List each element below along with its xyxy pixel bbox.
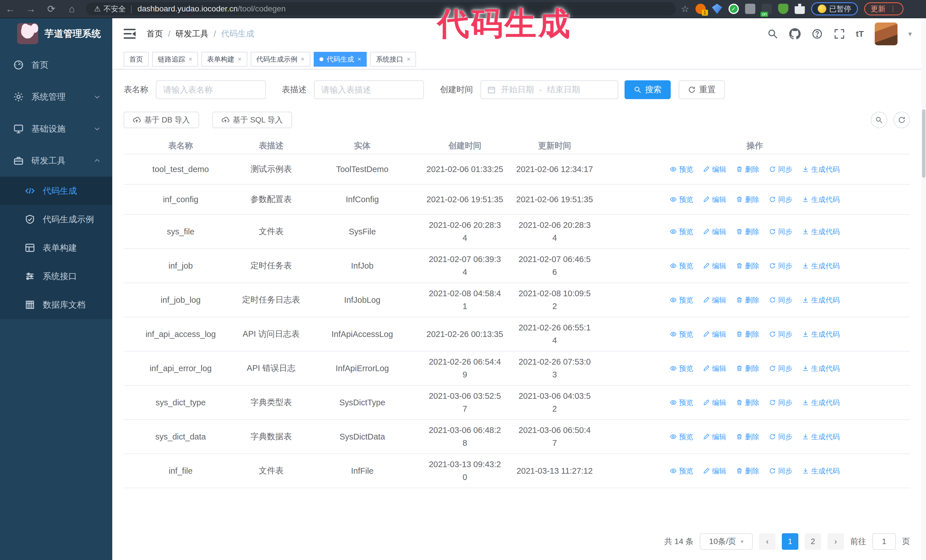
table-desc-input[interactable] xyxy=(314,80,424,99)
delete-link[interactable]: 删除 xyxy=(736,398,759,408)
generate-code-link[interactable]: 生成代码 xyxy=(802,364,840,373)
delete-link[interactable]: 删除 xyxy=(736,227,759,236)
generate-code-link[interactable]: 生成代码 xyxy=(802,295,840,305)
delete-link[interactable]: 删除 xyxy=(736,261,759,270)
sidebar-item-devtools[interactable]: 研发工具 xyxy=(0,145,112,177)
update-button[interactable]: 更新 ⋮ xyxy=(864,2,903,15)
preview-link[interactable]: 预览 xyxy=(670,227,693,236)
date-range-picker[interactable]: 开始日期 - 结束日期 xyxy=(480,80,618,99)
tab-home[interactable]: 首页 xyxy=(124,52,149,66)
close-icon[interactable]: × xyxy=(407,56,410,63)
sidebar-item-system[interactable]: 系统管理 xyxy=(0,81,112,113)
reload-icon[interactable]: ⟳ xyxy=(41,3,62,15)
import-sql-button[interactable]: 基于 SQL 导入 xyxy=(212,112,292,128)
preview-link[interactable]: 预览 xyxy=(670,364,693,373)
help-icon[interactable] xyxy=(811,28,823,39)
refresh-table-button[interactable] xyxy=(894,112,910,128)
forward-icon[interactable]: → xyxy=(21,3,41,15)
sidebar-item-home[interactable]: 首页 xyxy=(0,49,112,81)
home-icon[interactable]: ⌂ xyxy=(62,3,82,15)
generate-code-link[interactable]: 生成代码 xyxy=(802,329,840,339)
preview-link[interactable]: 预览 xyxy=(670,261,693,270)
tab-codegen-demo[interactable]: 代码生成示例× xyxy=(251,52,310,66)
generate-code-link[interactable]: 生成代码 xyxy=(802,227,840,236)
user-menu-caret-icon[interactable]: ▾ xyxy=(908,30,912,38)
delete-link[interactable]: 删除 xyxy=(736,295,759,305)
preview-link[interactable]: 预览 xyxy=(670,398,693,408)
close-icon[interactable]: × xyxy=(357,56,361,63)
sync-link[interactable]: 同步 xyxy=(769,466,792,476)
sidebar-item-codegen-demo[interactable]: 代码生成示例 xyxy=(0,205,112,234)
sidebar-item-db-doc[interactable]: 数据库文档 xyxy=(0,291,112,319)
preview-link[interactable]: 预览 xyxy=(670,195,693,204)
preview-link[interactable]: 预览 xyxy=(670,329,693,339)
sidebar-item-infra[interactable]: 基础设施 xyxy=(0,113,112,145)
sync-link[interactable]: 同步 xyxy=(769,195,792,204)
search-button[interactable]: 搜索 xyxy=(625,80,671,99)
delete-link[interactable]: 删除 xyxy=(736,364,759,373)
sidebar-item-form-builder[interactable]: 表单构建 xyxy=(0,234,112,262)
generate-code-link[interactable]: 生成代码 xyxy=(802,165,840,174)
extension-icon[interactable] xyxy=(729,4,739,14)
close-icon[interactable]: × xyxy=(301,56,304,63)
sync-link[interactable]: 同步 xyxy=(769,364,792,373)
extension-icon[interactable] xyxy=(696,4,706,14)
delete-link[interactable]: 删除 xyxy=(736,329,759,339)
sidebar-item-system-api[interactable]: 系统接口 xyxy=(0,262,112,291)
extensions-puzzle-icon[interactable] xyxy=(794,4,805,14)
paused-badge[interactable]: 已暂停 xyxy=(811,2,858,15)
tab-form-builder[interactable]: 表单构建× xyxy=(201,52,247,66)
show-search-button[interactable] xyxy=(871,112,887,128)
extension-icon[interactable] xyxy=(762,4,772,14)
sync-link[interactable]: 同步 xyxy=(769,329,792,339)
breadcrumb-group[interactable]: 研发工具 xyxy=(176,28,209,39)
generate-code-link[interactable]: 生成代码 xyxy=(802,195,840,204)
delete-link[interactable]: 删除 xyxy=(736,466,759,476)
table-name-input[interactable] xyxy=(156,80,266,99)
github-icon[interactable] xyxy=(789,28,800,39)
sync-link[interactable]: 同步 xyxy=(769,432,792,442)
page-size-select[interactable]: 10条/页 ▾ xyxy=(700,533,753,550)
extension-icon[interactable] xyxy=(712,4,722,14)
sidebar-item-codegen[interactable]: 代码生成 xyxy=(0,177,112,205)
edit-link[interactable]: 编辑 xyxy=(703,227,726,236)
delete-link[interactable]: 删除 xyxy=(736,165,759,174)
collapse-sidebar-icon[interactable] xyxy=(124,29,136,39)
sync-link[interactable]: 同步 xyxy=(769,261,792,270)
preview-link[interactable]: 预览 xyxy=(670,165,693,174)
edit-link[interactable]: 编辑 xyxy=(703,398,726,408)
edit-link[interactable]: 编辑 xyxy=(703,165,726,174)
reset-button[interactable]: 重置 xyxy=(679,80,725,99)
edit-link[interactable]: 编辑 xyxy=(703,195,726,204)
page-button-1[interactable]: 1 xyxy=(782,533,798,550)
scrollbar-thumb[interactable] xyxy=(922,109,925,178)
prev-page-button[interactable]: ‹ xyxy=(759,533,776,550)
avatar[interactable] xyxy=(875,23,897,45)
app-logo[interactable]: 芋道管理系统 xyxy=(0,18,112,49)
edit-link[interactable]: 编辑 xyxy=(703,432,726,442)
breadcrumb-home[interactable]: 首页 xyxy=(147,28,163,39)
page-button-2[interactable]: 2 xyxy=(805,533,821,550)
preview-link[interactable]: 预览 xyxy=(670,466,693,476)
generate-code-link[interactable]: 生成代码 xyxy=(802,398,840,408)
import-db-button[interactable]: 基于 DB 导入 xyxy=(124,112,199,128)
edit-link[interactable]: 编辑 xyxy=(703,295,726,305)
tab-tracing[interactable]: 链路追踪× xyxy=(152,52,198,66)
preview-link[interactable]: 预览 xyxy=(670,295,693,305)
close-icon[interactable]: × xyxy=(189,56,192,63)
edit-link[interactable]: 编辑 xyxy=(703,261,726,270)
edit-link[interactable]: 编辑 xyxy=(703,329,726,339)
delete-link[interactable]: 删除 xyxy=(736,432,759,442)
goto-page-input[interactable] xyxy=(872,533,896,550)
delete-link[interactable]: 删除 xyxy=(736,195,759,204)
extension-icon[interactable] xyxy=(778,4,788,14)
next-page-button[interactable]: › xyxy=(828,533,844,550)
generate-code-link[interactable]: 生成代码 xyxy=(802,261,840,270)
close-icon[interactable]: × xyxy=(238,56,242,63)
font-size-icon[interactable]: tT xyxy=(856,29,864,39)
url-bar[interactable]: ⚠ 不安全 | dashboard.yudao.iocoder.cn/tool/… xyxy=(86,2,676,15)
tab-codegen[interactable]: 代码生成× xyxy=(314,52,367,66)
scrollbar[interactable] xyxy=(921,18,926,560)
generate-code-link[interactable]: 生成代码 xyxy=(802,466,840,476)
sync-link[interactable]: 同步 xyxy=(769,295,792,305)
